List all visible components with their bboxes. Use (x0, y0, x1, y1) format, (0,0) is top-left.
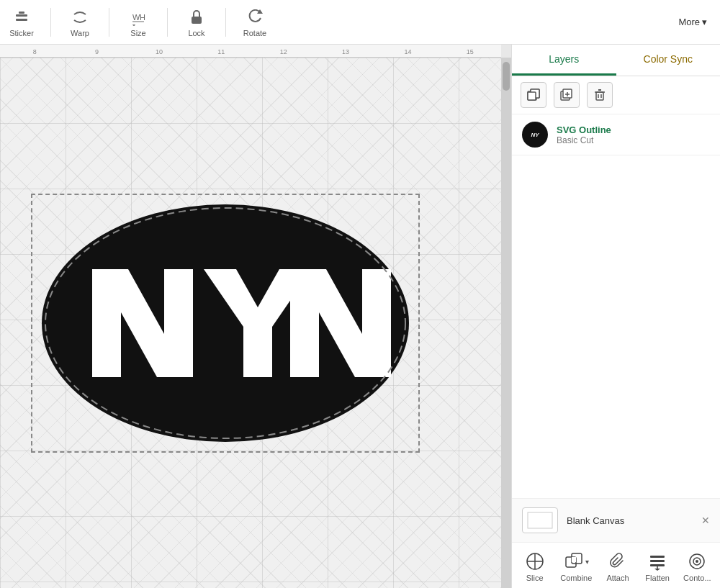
panel-spacer (512, 155, 720, 498)
scrollbar-thumb[interactable] (503, 62, 510, 91)
rotate-icon (245, 7, 265, 27)
more-chevron: ▾ (702, 17, 707, 27)
svg-rect-35 (650, 560, 665, 562)
flatten-label: Flatten (645, 574, 670, 582)
ruler-mark: 15 (439, 48, 501, 55)
toolbar-size[interactable]: W H ▾ Size (124, 7, 153, 37)
panel-toolbar (512, 76, 720, 114)
canvas-area[interactable]: 8 9 10 11 12 13 14 15 (0, 45, 511, 588)
warp-label: Warp (71, 29, 89, 37)
layer-item-1[interactable]: NY SVG Outline Basic Cut (512, 114, 720, 155)
blank-canvas-label: Blank Canvas (567, 515, 624, 526)
svg-marker-38 (654, 569, 660, 571)
layer-thumb-text: NY (531, 132, 539, 138)
svg-rect-17 (528, 92, 536, 100)
combine-label: Combine (560, 574, 592, 582)
svg-text:H: H (140, 13, 145, 22)
logo-container[interactable] (38, 201, 413, 445)
contour-button[interactable]: Contо... (678, 548, 717, 585)
contour-label: Contо... (683, 574, 711, 582)
svg-rect-2 (16, 19, 27, 21)
layer-thumbnail: NY (522, 122, 548, 148)
layer-name: SVG Outline (557, 125, 611, 135)
attach-button[interactable]: Attach (598, 548, 638, 585)
blank-canvas-section: Blank Canvas ✕ (512, 498, 720, 542)
flatten-button[interactable]: Flatten (638, 548, 678, 585)
panel-tabs: Layers Color Sync (512, 45, 720, 76)
svg-rect-33 (572, 557, 576, 562)
svg-rect-36 (650, 564, 665, 566)
layer-type: Basic Cut (557, 135, 611, 145)
ruler-mark: 12 (253, 48, 315, 55)
size-label: Size (130, 29, 145, 37)
sticker-icon (12, 7, 32, 27)
svg-rect-1 (19, 12, 24, 14)
ruler-mark: 11 (190, 48, 252, 55)
ruler-mark: 9 (66, 48, 127, 55)
ruler-mark: 8 (4, 48, 66, 55)
combine-icon (564, 551, 584, 571)
right-panel: Layers Color Sync (511, 45, 720, 588)
slice-button[interactable]: Slice (515, 548, 554, 585)
contour-icon (687, 551, 707, 571)
slice-icon (525, 551, 545, 571)
warp-icon (70, 7, 90, 27)
combine-chevron-icon: ▾ (585, 558, 589, 566)
svg-text:▾: ▾ (132, 22, 135, 26)
slice-label: Slice (526, 574, 544, 582)
tab-layers-label: Layers (549, 53, 579, 65)
top-toolbar: Sticker Warp W H ▾ Size (0, 0, 720, 45)
toolbar-warp[interactable]: Warp (66, 7, 94, 37)
combine-inner: ▾ (564, 551, 589, 571)
lock-icon (186, 7, 207, 27)
svg-rect-0 (16, 14, 27, 17)
separator-4 (225, 8, 226, 37)
attach-icon (608, 551, 628, 571)
design-canvas[interactable] (0, 58, 501, 588)
separator-1 (50, 8, 51, 37)
separator-2 (109, 8, 109, 37)
tab-colorsync[interactable]: Color Sync (616, 45, 721, 76)
main-area: 8 9 10 11 12 13 14 15 (0, 45, 720, 588)
toolbar-rotate[interactable]: Rotate (240, 7, 269, 37)
flatten-icon (647, 551, 667, 571)
tab-layers[interactable]: Layers (512, 45, 616, 76)
delete-layer-button[interactable] (587, 82, 613, 108)
size-icon: W H ▾ (128, 7, 148, 27)
ruler-horizontal: 8 9 10 11 12 13 14 15 (0, 45, 501, 58)
blank-canvas-close[interactable]: ✕ (701, 515, 710, 526)
attach-label: Attach (606, 574, 629, 582)
ruler-mark: 13 (315, 48, 377, 55)
add-layer-button[interactable] (554, 82, 580, 108)
svg-rect-34 (650, 556, 665, 558)
panel-bottom-toolbar: Slice ▾ Combine (512, 542, 720, 588)
more-button[interactable]: More ▾ (672, 14, 713, 30)
svg-point-41 (696, 560, 698, 563)
svg-rect-22 (596, 92, 603, 100)
separator-3 (167, 8, 168, 37)
vertical-scrollbar[interactable] (501, 58, 511, 588)
ruler-mark: 10 (128, 48, 190, 55)
rotate-label: Rotate (243, 29, 266, 37)
combine-button[interactable]: ▾ Combine (554, 548, 598, 585)
more-label: More (678, 17, 700, 27)
duplicate-layer-button[interactable] (521, 82, 546, 108)
tab-colorsync-label: Color Sync (644, 53, 693, 65)
toolbar-lock[interactable]: Lock (182, 7, 211, 37)
sticker-label: Sticker (9, 29, 34, 37)
layer-info: SVG Outline Basic Cut (557, 125, 611, 145)
toolbar-sticker[interactable]: Sticker (7, 7, 36, 37)
ruler-mark: 14 (377, 48, 438, 55)
svg-rect-7 (192, 17, 202, 24)
lock-label: Lock (188, 29, 204, 37)
svg-rect-27 (528, 512, 552, 528)
blank-canvas-thumbnail (522, 507, 558, 533)
